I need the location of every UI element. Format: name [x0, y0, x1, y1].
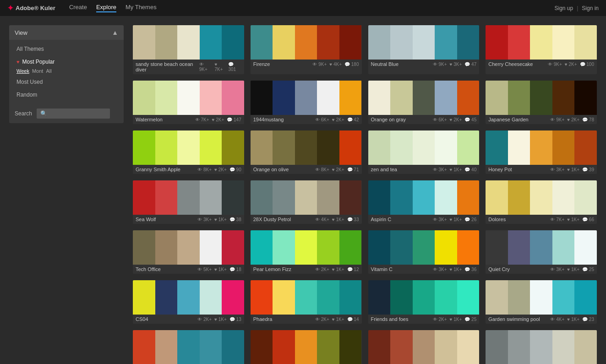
card-name: Garden swimming pool — [488, 316, 540, 322]
card-stats: 👁 2K+ ♥ 1K+ 💬 14 — [315, 317, 359, 322]
color-card[interactable]: Cherry Cheesecake 👁 9K+ ♥ 2K+ 💬 100 — [486, 25, 597, 74]
color-swatches — [251, 230, 362, 265]
color-swatches — [486, 230, 597, 265]
color-swatch — [177, 130, 200, 165]
views-stat: 👁 4K+ — [550, 317, 564, 322]
color-swatch — [413, 280, 435, 315]
color-swatch — [574, 280, 597, 315]
nav-mythemes[interactable]: My Themes — [126, 4, 157, 12]
color-card[interactable]: Aspirin C 👁 3K+ ♥ 1K+ 💬 26 — [368, 180, 480, 224]
close-icon[interactable]: ▲ — [112, 29, 118, 36]
sidebar-item-mostused[interactable]: Most Used — [9, 76, 124, 88]
card-name: Sea Wolf — [136, 217, 156, 222]
nav-create[interactable]: Create — [69, 4, 87, 12]
color-card[interactable]: zen and tea 👁 3K+ ♥ 1K+ 💬 40 — [368, 130, 480, 174]
views-stat: 👁 5K+ — [197, 267, 212, 272]
color-card[interactable]: Theme 26b 👁 2K+ ♥ 1K+ 💬 10 — [368, 330, 480, 364]
color-swatch — [552, 81, 575, 115]
color-card[interactable]: Dolores 👁 7K+ ♥ 1K+ 💬 66 — [486, 180, 597, 224]
color-card[interactable]: Neutral Blue 👁 9K+ ♥ 3K+ 💬 47 — [368, 25, 480, 74]
color-swatch — [317, 330, 339, 364]
color-card[interactable]: Orange on olive 👁 8K+ ♥ 2K+ 💬 71 — [251, 130, 362, 174]
filter-week[interactable]: Week — [16, 68, 29, 74]
color-swatch — [273, 180, 295, 215]
card-stats: 👁 3K+ ♥ 1K+ 💬 26 — [433, 217, 477, 222]
color-swatch — [133, 180, 155, 215]
card-stats: 👁 9K+ ♥ 3K+ 💬 47 — [433, 62, 477, 67]
search-label: Search — [15, 110, 33, 117]
search-input[interactable] — [37, 109, 110, 119]
color-card[interactable]: Phaedra 👁 2K+ ♥ 1K+ 💬 14 — [251, 280, 362, 324]
card-name: Phaedra — [253, 316, 273, 322]
color-swatch — [552, 130, 575, 165]
color-card[interactable]: 28X Dusty Petrol 👁 4K+ ♥ 1K+ 💬 33 — [251, 180, 362, 224]
likes-stat: ♥ 2K+ — [332, 117, 344, 122]
card-footer: Japanese Garden 👁 9K+ ♥ 2K+ 💬 78 — [486, 115, 597, 124]
color-card[interactable]: Honey Pot 👁 3K+ ♥ 1K+ 💬 39 — [486, 130, 597, 174]
sidebar-item-mostpopular[interactable]: ♥ Most Popular — [9, 55, 124, 68]
card-name: 28X Dusty Petrol — [253, 217, 291, 222]
color-card[interactable]: View over the town 👁 2K+ ♥ 1K+ 💬 26 — [133, 330, 244, 364]
color-card[interactable]: 1944mustang 👁 6K+ ♥ 2K+ 💬 42 — [251, 81, 362, 124]
sidebar-item-allthemes[interactable]: All Themes — [9, 43, 124, 55]
signin-link[interactable]: Sign in — [582, 5, 599, 11]
color-swatches — [486, 25, 597, 60]
color-card[interactable]: Quiet Cry 👁 3K+ ♥ 1K+ 💬 25 — [486, 230, 597, 274]
sidebar-item-random[interactable]: Random — [9, 88, 124, 101]
color-card[interactable]: CS04 👁 2K+ ♥ 1K+ 💬 13 — [133, 280, 244, 324]
color-swatch — [251, 25, 273, 60]
filter-month[interactable]: Mont — [32, 68, 43, 74]
color-swatch — [574, 230, 597, 265]
color-swatch — [413, 330, 435, 364]
color-swatch — [222, 130, 244, 165]
sidebar-header: View ▲ — [9, 25, 124, 40]
comments-stat: 💬 90 — [229, 167, 241, 172]
color-swatch — [251, 180, 273, 215]
signup-link[interactable]: Sign up — [554, 5, 573, 11]
views-stat: 👁 8K+ — [197, 167, 212, 172]
color-card[interactable]: Granny Smith Apple 👁 8K+ ♥ 2K+ 💬 90 — [133, 130, 244, 174]
color-swatch — [486, 81, 508, 115]
color-swatches — [251, 130, 362, 165]
color-card[interactable]: Sea Wolf 👁 3K+ ♥ 1K+ 💬 38 — [133, 180, 244, 224]
color-swatches — [133, 280, 244, 315]
card-name: Watermelon — [136, 117, 163, 122]
color-card[interactable]: Firenze 👁 9K+ ♥ 4K+ 💬 180 — [251, 25, 362, 74]
color-swatches — [133, 180, 244, 215]
color-swatch — [508, 130, 530, 165]
color-swatch — [552, 280, 575, 315]
color-swatch — [133, 330, 155, 364]
color-card[interactable]: Theme 26c 👁 2K+ ♥ 1K+ 💬 10 — [486, 330, 597, 364]
color-swatch — [317, 25, 339, 60]
sidebar-panel: View ▲ All Themes ♥ Most Popular Week Mo… — [9, 25, 124, 123]
color-swatch — [295, 81, 317, 115]
card-name: Honey Pot — [488, 167, 512, 172]
color-swatch — [251, 130, 273, 165]
comments-stat: 💬 25 — [582, 267, 594, 272]
color-swatch — [486, 330, 508, 364]
color-card[interactable]: Vitamin C 👁 3K+ ♥ 1K+ 💬 36 — [368, 230, 480, 274]
color-card[interactable]: Pear Lemon Fizz 👁 2K+ ♥ 1K+ 💬 12 — [251, 230, 362, 274]
color-swatch — [133, 81, 155, 115]
likes-stat: ♥ 2K+ — [332, 167, 344, 172]
filter-all[interactable]: All — [46, 68, 51, 74]
color-card[interactable]: Orange on gray 👁 6K+ ♥ 2K+ 💬 45 — [368, 81, 480, 124]
color-swatch — [251, 330, 273, 364]
likes-stat: ♥ 1K+ — [450, 167, 462, 172]
color-card[interactable]: Theme 26a 👁 2K+ ♥ 1K+ 💬 10 — [251, 330, 362, 364]
color-card[interactable]: Friends and foes 👁 2K+ ♥ 1K+ 💬 25 — [368, 280, 480, 324]
logo-text: Adobe® Kuler — [16, 5, 55, 11]
comments-stat: 💬 12 — [347, 267, 359, 272]
color-card[interactable]: sandy stone beach ocean diver 👁 9K+ ♥ 7K… — [133, 25, 244, 74]
views-stat: 👁 9K+ — [433, 62, 447, 67]
color-card[interactable]: Tech Office 👁 5K+ ♥ 1K+ 💬 18 — [133, 230, 244, 274]
color-card[interactable]: Japanese Garden 👁 9K+ ♥ 2K+ 💬 78 — [486, 81, 597, 124]
color-card[interactable]: Watermelon 👁 7K+ ♥ 2K+ 💬 147 — [133, 81, 244, 124]
color-swatch — [457, 230, 480, 265]
card-footer: 28X Dusty Petrol 👁 4K+ ♥ 1K+ 💬 33 — [251, 215, 362, 224]
comments-stat: 💬 147 — [227, 117, 241, 122]
nav-explore[interactable]: Explore — [96, 4, 116, 12]
color-card[interactable]: Garden swimming pool 👁 4K+ ♥ 1K+ 💬 23 — [486, 280, 597, 324]
color-swatch — [295, 130, 317, 165]
color-swatches — [251, 280, 362, 315]
